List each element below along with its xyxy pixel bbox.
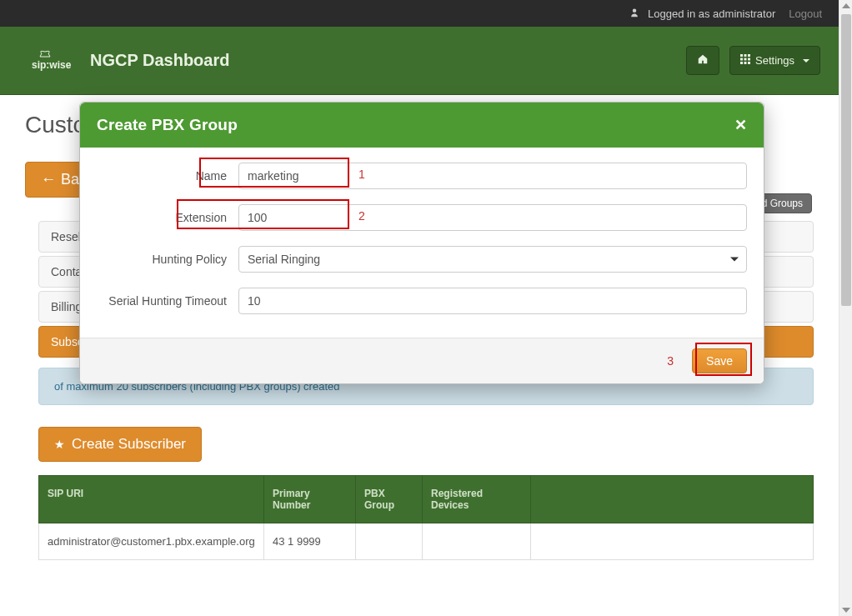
annotation-1: 1 (358, 168, 365, 181)
svg-rect-9 (748, 62, 750, 64)
modal-body: Name 1 Extension 2 Hunting Policy Serial… (80, 148, 764, 338)
form-row-serial-hunting-timeout: Serial Hunting Timeout (97, 288, 747, 314)
cell-actions (531, 523, 814, 560)
cell-sip-uri: administrator@customer1.pbx.example.org (39, 523, 264, 560)
save-button[interactable]: Save (692, 348, 747, 373)
col-pbx-group[interactable]: PBX Group (356, 476, 423, 523)
table-header-row: SIP URI Primary Number PBX Group Registe… (39, 476, 814, 523)
svg-text:sip:wise: sip:wise (32, 59, 72, 71)
serial-hunting-timeout-input[interactable] (238, 288, 747, 314)
svg-rect-5 (744, 58, 747, 61)
create-subscriber-button[interactable]: ★ Create Subscriber (38, 427, 202, 462)
logout-link[interactable]: Logout (789, 8, 822, 20)
svg-rect-6 (748, 58, 750, 61)
settings-dropdown[interactable]: Settings (729, 46, 820, 75)
star-icon: ★ (54, 438, 65, 451)
hunting-policy-select[interactable]: Serial Ringing (238, 246, 747, 273)
subscribers-table: SIP URI Primary Number PBX Group Registe… (38, 475, 814, 560)
extension-input[interactable] (238, 204, 747, 231)
modal-header: Create PBX Group ✕ (80, 103, 764, 148)
col-actions (531, 476, 814, 523)
svg-rect-1 (740, 54, 743, 57)
create-subscriber-label: Create Subscriber (72, 436, 186, 453)
sipwise-logo: sip:wise (32, 48, 82, 73)
brand-title: NGCP Dashboard (90, 51, 229, 70)
col-primary-number[interactable]: Primary Number (264, 476, 356, 523)
cell-primary-number: 43 1 9999 (264, 523, 356, 560)
svg-rect-7 (740, 62, 743, 64)
scrollbar-thumb[interactable] (841, 14, 851, 306)
annotation-2: 2 (358, 209, 365, 223)
modal-title: Create PBX Group (97, 116, 238, 134)
svg-rect-4 (740, 58, 743, 61)
modal-footer: 3 Save (80, 338, 764, 383)
cell-registered-devices (423, 523, 531, 560)
header-actions: Settings (686, 46, 820, 75)
extension-label: Extension (97, 211, 238, 224)
name-input[interactable] (238, 163, 747, 189)
arrow-left-icon: ← (41, 171, 56, 188)
logged-in-text: Logged in as administrator (648, 8, 775, 20)
col-registered-devices[interactable]: Registered Devices (423, 476, 531, 523)
user-icon (629, 8, 643, 20)
serial-hunting-timeout-label: Serial Hunting Timeout (97, 294, 238, 308)
form-row-hunting-policy: Hunting Policy Serial Ringing (97, 246, 747, 273)
form-row-extension: Extension 2 (97, 204, 747, 231)
logged-in-user: Logged in as administrator (629, 8, 775, 20)
brand: sip:wise NGCP Dashboard (32, 48, 229, 73)
grid-icon (740, 54, 750, 67)
settings-label: Settings (755, 54, 794, 67)
col-sip-uri[interactable]: SIP URI (39, 476, 264, 523)
home-icon (697, 53, 709, 68)
table-row[interactable]: administrator@customer1.pbx.example.org … (39, 523, 814, 560)
top-bar: Logged in as administrator Logout (0, 0, 852, 27)
svg-rect-8 (744, 62, 747, 64)
close-icon[interactable]: ✕ (734, 116, 747, 134)
svg-rect-3 (748, 54, 750, 57)
form-row-name: Name 1 (97, 163, 747, 189)
hunting-policy-label: Hunting Policy (97, 253, 238, 266)
annotation-3: 3 (667, 354, 674, 368)
main-header: sip:wise NGCP Dashboard Settings (0, 27, 852, 95)
cell-pbx-group (356, 523, 423, 560)
svg-rect-2 (744, 54, 747, 57)
create-pbx-group-modal: Create PBX Group ✕ Name 1 Extension 2 Hu… (79, 102, 764, 384)
home-button[interactable] (686, 46, 719, 75)
name-label: Name (97, 169, 238, 183)
vertical-scrollbar[interactable] (839, 0, 852, 616)
chevron-down-icon (803, 59, 809, 63)
